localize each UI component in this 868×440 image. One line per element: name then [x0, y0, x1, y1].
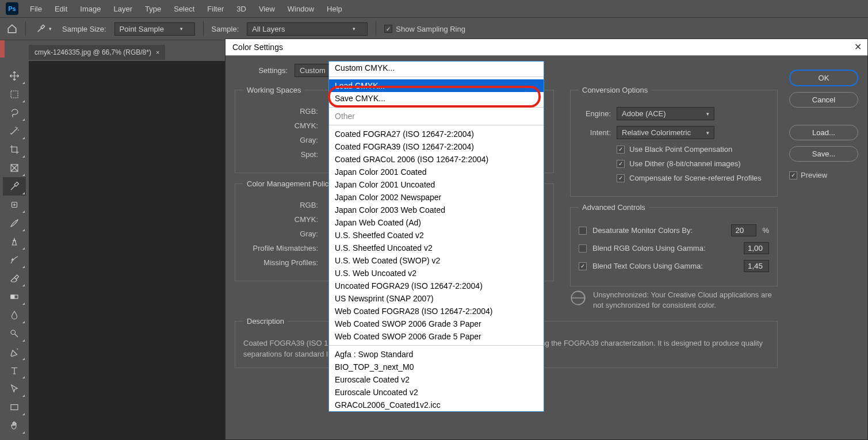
blur-tool[interactable]: [3, 306, 26, 324]
frame-tool[interactable]: [3, 159, 26, 177]
close-icon[interactable]: ×: [156, 49, 159, 56]
dd-profile-item[interactable]: US Newsprint (SNAP 2007): [329, 292, 544, 305]
dd-load-cmyk[interactable]: Load CMYK...: [329, 79, 544, 92]
cmp-gray-label: Gray:: [243, 229, 318, 238]
menu-edit[interactable]: Edit: [49, 2, 73, 16]
dither-checkbox[interactable]: ✓: [617, 160, 625, 168]
panel-collapse-strip[interactable]: [0, 40, 5, 58]
lasso-tool[interactable]: [3, 104, 26, 122]
dd-profile-item[interactable]: U.S. Sheetfed Coated v2: [329, 229, 544, 242]
cmp-missing-label: Missing Profiles:: [243, 258, 318, 267]
dd-profile-item[interactable]: Euroscale Coated v2: [329, 373, 544, 386]
scene-checkbox[interactable]: ✓: [617, 174, 625, 182]
dd-profile-item[interactable]: GRACoL2006_Coated1v2.icc: [329, 399, 544, 411]
save-button[interactable]: Save...: [789, 146, 858, 162]
menu-layer[interactable]: Layer: [108, 2, 139, 16]
dd-profile-item[interactable]: Japan Color 2001 Coated: [329, 166, 544, 178]
sample-select[interactable]: All Layers▾: [247, 22, 368, 36]
eyedropper-tool[interactable]: [3, 177, 26, 196]
dd-save-cmyk[interactable]: Save CMYK...: [329, 92, 544, 105]
sample-size-select[interactable]: Point Sample▾: [114, 22, 195, 36]
rectangle-tool[interactable]: [3, 398, 26, 416]
menu-filter[interactable]: Filter: [201, 2, 230, 16]
path-selection-tool[interactable]: [3, 380, 26, 398]
menu-window[interactable]: Window: [282, 2, 320, 16]
color-settings-dialog: Color Settings ✕ Settings: Custom Workin…: [225, 39, 868, 440]
engine-select[interactable]: Adobe (ACE)▾: [617, 107, 714, 120]
hand-tool[interactable]: [3, 416, 26, 435]
tool-preset[interactable]: ▾: [34, 23, 54, 35]
document-tab-title: cmyk-1246335.jpg @ 66,7% (RGB/8*): [35, 48, 151, 56]
menu-help[interactable]: Help: [321, 2, 348, 16]
menu-view[interactable]: View: [253, 2, 281, 16]
dd-profile-item[interactable]: U.S. Sheetfed Uncoated v2: [329, 242, 544, 254]
cmp-mismatch-label: Profile Mismatches:: [243, 244, 318, 252]
desat-label: Desaturate Monitor Colors By:: [592, 226, 725, 235]
dd-profile-item[interactable]: Coated FOGRA39 (ISO 12647-2:2004): [329, 140, 544, 153]
dd-profile-item[interactable]: U.S. Web Coated (SWOP) v2: [329, 254, 544, 267]
history-brush-tool[interactable]: [3, 251, 26, 269]
blend-text-checkbox[interactable]: ✓: [579, 262, 587, 270]
pen-tool[interactable]: [3, 343, 26, 361]
dd-profile-item[interactable]: Web Coated SWOP 2006 Grade 3 Paper: [329, 317, 544, 330]
unsync-icon: [570, 290, 586, 306]
show-sampling-ring-checkbox[interactable]: ✓: [384, 25, 392, 33]
svg-rect-4: [11, 295, 14, 299]
dd-profile-item[interactable]: Web Coated SWOP 2006 Grade 5 Paper: [329, 330, 544, 343]
blend-text-input[interactable]: [744, 260, 769, 272]
dd-profile-item[interactable]: Uncoated FOGRA29 (ISO 12647-2:2004): [329, 280, 544, 292]
chevron-down-icon: ▾: [706, 130, 709, 136]
ws-rgb-label: RGB:: [243, 107, 318, 116]
engine-label: Engine:: [579, 109, 611, 118]
healing-brush-tool[interactable]: [3, 196, 26, 214]
menu-type[interactable]: Type: [139, 2, 167, 16]
ok-button[interactable]: OK: [789, 70, 858, 86]
dd-profile-item[interactable]: Japan Web Coated (Ad): [329, 216, 544, 229]
menu-3d[interactable]: 3D: [231, 2, 252, 16]
document-tab[interactable]: cmyk-1246335.jpg @ 66,7% (RGB/8*) ×: [29, 45, 165, 60]
crop-tool[interactable]: [3, 140, 26, 159]
home-icon[interactable]: [7, 24, 17, 34]
sample-label: Sample:: [212, 25, 239, 33]
document-tab-bar: cmyk-1246335.jpg @ 66,7% (RGB/8*) ×: [29, 44, 165, 61]
magic-wand-tool[interactable]: [3, 122, 26, 140]
close-icon[interactable]: ✕: [854, 41, 862, 52]
dd-profile-item[interactable]: Japan Color 2001 Uncoated: [329, 178, 544, 191]
scene-label: Compensate for Scene-referred Profiles: [629, 174, 762, 182]
load-button[interactable]: Load...: [789, 125, 858, 140]
move-tool[interactable]: [3, 67, 26, 85]
desat-checkbox[interactable]: [579, 227, 587, 235]
bpc-checkbox[interactable]: ✓: [617, 146, 625, 154]
marquee-tool[interactable]: [3, 85, 26, 104]
clone-stamp-tool[interactable]: [3, 232, 26, 251]
menu-image[interactable]: Image: [74, 2, 106, 16]
desat-input[interactable]: [731, 224, 756, 236]
eraser-tool[interactable]: [3, 269, 26, 288]
pct-label: %: [762, 226, 769, 235]
intent-select[interactable]: Relative Colorimetric▾: [617, 126, 714, 139]
menu-file[interactable]: File: [24, 2, 48, 16]
cancel-button[interactable]: Cancel: [789, 92, 858, 108]
type-tool[interactable]: [3, 361, 26, 380]
dd-profile-item[interactable]: BIO_TOP_3_next_M0: [329, 361, 544, 373]
dd-custom-cmyk[interactable]: Custom CMYK...: [329, 62, 544, 74]
dd-profile-item[interactable]: Coated FOGRA27 (ISO 12647-2:2004): [329, 128, 544, 140]
chevron-down-icon: ▾: [180, 26, 183, 32]
dd-profile-item[interactable]: Web Coated FOGRA28 (ISO 12647-2:2004): [329, 305, 544, 317]
svg-point-5: [11, 330, 16, 335]
dodge-tool[interactable]: [3, 324, 26, 343]
separator: [376, 21, 376, 36]
separator: [25, 21, 26, 36]
dd-profile-item[interactable]: U.S. Web Uncoated v2: [329, 267, 544, 280]
dd-profile-item[interactable]: Coated GRACoL 2006 (ISO 12647-2:2004): [329, 153, 544, 166]
dd-profile-item[interactable]: Euroscale Uncoated v2: [329, 386, 544, 399]
blend-rgb-input[interactable]: [744, 242, 769, 254]
brush-tool[interactable]: [3, 214, 26, 232]
dd-profile-item[interactable]: Japan Color 2003 Web Coated: [329, 204, 544, 216]
preview-checkbox[interactable]: ✓: [789, 171, 797, 179]
blend-rgb-checkbox[interactable]: [579, 244, 587, 252]
dd-profile-item[interactable]: Agfa : Swop Standard: [329, 348, 544, 361]
gradient-tool[interactable]: [3, 288, 26, 306]
dd-profile-item[interactable]: Japan Color 2002 Newspaper: [329, 191, 544, 204]
menu-select[interactable]: Select: [168, 2, 200, 16]
